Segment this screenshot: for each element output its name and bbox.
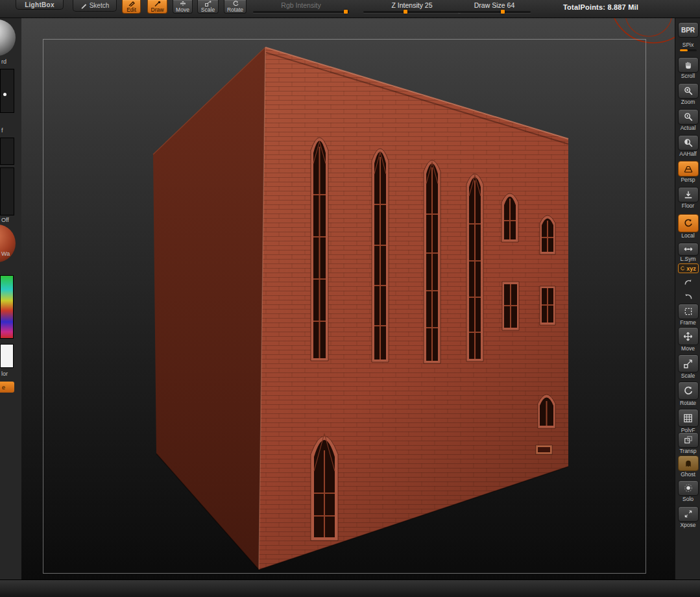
- rotate-label: Rotate: [227, 6, 243, 13]
- draw-size-value: 64: [507, 1, 515, 9]
- window-mid-1: [502, 282, 519, 330]
- rotate-icon: [232, 1, 239, 6]
- left-label-5: lor: [1, 371, 8, 377]
- spix-track[interactable]: [680, 49, 697, 51]
- floor-button[interactable]: Floor: [677, 187, 699, 209]
- solo-button[interactable]: Solo: [677, 480, 699, 502]
- total-points-readout: TotalPoints: 8.887 Mil: [563, 3, 638, 11]
- rgb-intensity-track[interactable]: [253, 11, 349, 13]
- red-arc-decoration: [610, 18, 675, 43]
- edit-label: Edit: [127, 6, 136, 13]
- xpose-icon: [684, 509, 693, 518]
- scale-label: Scale: [201, 6, 215, 13]
- draw-size-handle[interactable]: [501, 10, 505, 14]
- model-3d-view: [21, 18, 675, 579]
- scale-mode-button[interactable]: Scale: [197, 0, 219, 14]
- rotate-mode-button[interactable]: Rotate: [224, 0, 247, 14]
- right-shelf: BPR SPix Scroll Zoom: [675, 18, 700, 579]
- rotate-gizmo-icon: [683, 386, 693, 396]
- xpose-button[interactable]: Xpose: [677, 506, 699, 528]
- local-label: Local: [677, 233, 699, 239]
- move-mode-button[interactable]: Move: [173, 0, 193, 14]
- edit-icon: [128, 1, 136, 6]
- bottom-bar: [0, 579, 700, 597]
- alpha-panel-thumb[interactable]: [0, 167, 14, 215]
- left-label-4: Wa: [1, 250, 10, 257]
- aahalf-button[interactable]: AAHalf: [677, 135, 699, 157]
- scroll-button[interactable]: Scroll: [677, 57, 699, 79]
- wall-vent: [536, 445, 552, 454]
- window-lower-right: [538, 395, 555, 428]
- window-lower-left: [311, 433, 338, 541]
- move-arrows-icon: [179, 1, 187, 6]
- z-intensity-slider[interactable]: Z Intensity 25: [363, 1, 461, 14]
- spix-slider[interactable]: SPix: [677, 42, 699, 51]
- spin-left-icon: [684, 293, 693, 300]
- window-small-upper-2: [540, 215, 555, 254]
- draw-size-slider[interactable]: Draw Size 64: [458, 1, 531, 14]
- current-color-swatch[interactable]: [0, 344, 14, 368]
- ghost-button[interactable]: Ghost: [677, 456, 699, 478]
- hand-icon: [684, 60, 693, 69]
- left-label-2: f: [1, 127, 3, 134]
- draw-mode-button[interactable]: Draw: [147, 0, 167, 14]
- spix-handle[interactable]: [680, 49, 688, 51]
- z-intensity-track[interactable]: [363, 11, 461, 13]
- rgb-intensity-handle[interactable]: [344, 10, 348, 14]
- persp-button[interactable]: Persp: [677, 161, 699, 183]
- ghost-icon: [684, 459, 693, 468]
- frame-icon: [684, 307, 693, 316]
- z-intensity-handle[interactable]: [404, 10, 407, 14]
- rotate-tool-button[interactable]: Rotate: [677, 382, 699, 406]
- aahalf-label: AAHalf: [677, 151, 699, 157]
- lightbox-button[interactable]: LightBox: [16, 0, 64, 10]
- lsym-label: L.Sym: [677, 256, 699, 262]
- spin-right-icon: [684, 278, 693, 286]
- edit-mode-button[interactable]: Edit: [122, 0, 141, 14]
- draw-size-label: Draw Size 64: [458, 1, 531, 9]
- scale-tool-button[interactable]: Scale: [677, 354, 699, 379]
- brush-dot-icon: [3, 93, 6, 96]
- rgb-intensity-slider[interactable]: Rgb Intensity: [253, 1, 349, 14]
- switch-color-button[interactable]: e: [0, 382, 14, 393]
- move-tool-button[interactable]: Move: [677, 327, 699, 352]
- local-sym-xyz-button[interactable]: xyz: [677, 263, 699, 273]
- floor-icon: [684, 190, 693, 199]
- move-tool-label: Move: [677, 346, 699, 352]
- solo-label: Solo: [677, 496, 699, 502]
- sym-rotate-icon: [680, 266, 685, 271]
- window-mid-2: [540, 286, 555, 325]
- polyf-button[interactable]: PolyF: [677, 409, 699, 433]
- frame-button[interactable]: Frame: [677, 304, 699, 326]
- actual-button[interactable]: Actual: [677, 109, 699, 131]
- perspective-grid-icon: [684, 164, 693, 173]
- solo-icon: [684, 483, 693, 493]
- draw-size-track[interactable]: [458, 11, 531, 13]
- transp-button[interactable]: Transp: [677, 432, 699, 454]
- local-pivot-icon: [683, 219, 693, 228]
- actual-size-icon: [684, 112, 693, 121]
- spin-left-button[interactable]: [677, 291, 699, 302]
- sketch-label: Sketch: [90, 2, 110, 9]
- bpr-button[interactable]: BPR: [677, 22, 699, 38]
- viewport-canvas[interactable]: [21, 18, 675, 579]
- lsym-button[interactable]: L.Sym: [677, 243, 699, 262]
- zoom-button[interactable]: Zoom: [677, 83, 699, 105]
- stroke-panel-thumb[interactable]: [0, 138, 14, 165]
- color-picker-strip[interactable]: [0, 275, 14, 339]
- floor-label: Floor: [677, 203, 699, 209]
- symmetry-arrows-icon: [683, 246, 694, 252]
- brush-panel-thumb[interactable]: [0, 69, 14, 113]
- left-label-1: rd: [1, 58, 6, 65]
- z-intensity-value: 25: [425, 1, 433, 9]
- local-button[interactable]: Local: [677, 214, 699, 239]
- sketch-button[interactable]: Sketch: [73, 0, 117, 12]
- move-gizmo-icon: [683, 332, 693, 341]
- frame-label: Frame: [677, 320, 699, 326]
- spin-right-button[interactable]: [677, 276, 699, 288]
- polyframe-grid-icon: [683, 413, 693, 423]
- window-small-upper-1: [501, 193, 518, 242]
- material-sphere-thumb[interactable]: [0, 19, 16, 56]
- brick-texture-overlay: [259, 47, 568, 570]
- draw-label: Draw: [151, 6, 164, 13]
